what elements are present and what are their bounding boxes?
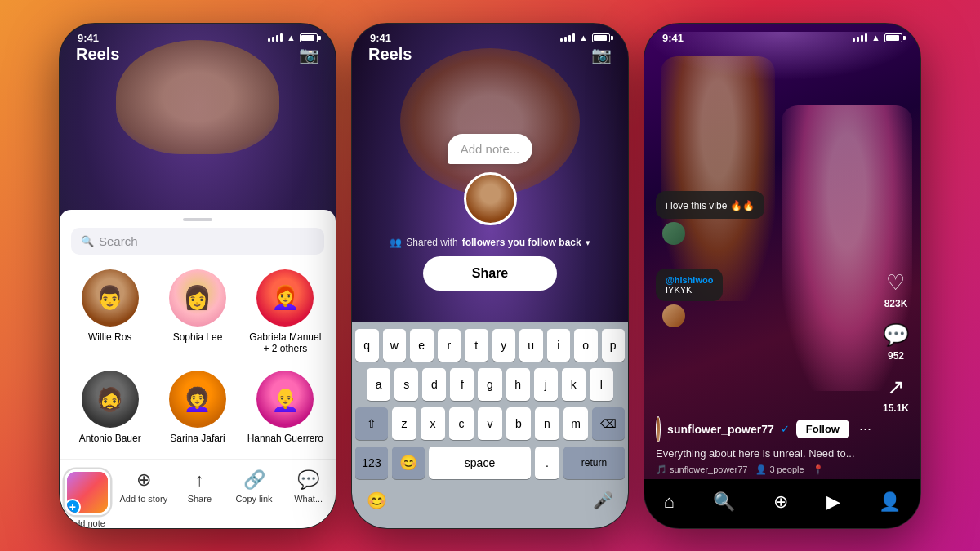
status-icons-1: ▲ xyxy=(268,33,318,42)
key-t[interactable]: t xyxy=(465,329,488,362)
contact-sarina[interactable]: 👩‍🦱 Sarina Jafari xyxy=(155,364,239,451)
contact-willie[interactable]: 👨 Willie Ros xyxy=(68,263,152,362)
share-action[interactable]: ↗ 15.1K xyxy=(883,375,909,414)
key-q[interactable]: q xyxy=(355,329,379,362)
shared-with-row[interactable]: 👥 Shared with followers you follow back … xyxy=(390,237,590,248)
sheet-handle xyxy=(183,218,212,221)
key-c[interactable]: c xyxy=(449,407,474,440)
contact-name-hannah: Hannah Guerrero xyxy=(247,433,323,444)
key-b[interactable]: b xyxy=(506,407,531,440)
comment-bubble-2: @hishiwoo IYKYK xyxy=(656,269,723,301)
share-button-phone2[interactable]: Share xyxy=(423,256,557,291)
follow-label: Follow xyxy=(806,423,840,435)
key-backspace[interactable]: ⌫ xyxy=(592,407,625,440)
key-123[interactable]: 123 xyxy=(355,447,388,479)
action-add-note[interactable]: + Add note xyxy=(65,469,110,528)
share-count: 15.1K xyxy=(883,402,909,414)
key-r[interactable]: r xyxy=(438,329,461,362)
nav-plus-icon[interactable]: ⊕ xyxy=(773,491,788,513)
key-w[interactable]: w xyxy=(383,329,407,362)
side-actions: ♡ 823K 💬 952 ↗ 15.1K xyxy=(883,270,909,414)
emoji-icon-kb[interactable]: 😊 xyxy=(367,491,387,510)
nav-profile-icon[interactable]: 👤 xyxy=(879,491,901,513)
keyboard-row-2: a s d f g h j k l xyxy=(355,368,625,401)
contact-antonio[interactable]: 🧔 Antonio Bauer xyxy=(68,364,152,451)
phone-2: 9:41 ▲ Reels 📷 Add note... 👥 Shared with xyxy=(351,23,629,529)
video-caption: Everything about here is unreal. Need to… xyxy=(656,447,871,460)
location-icon: 📍 xyxy=(813,464,824,475)
contact-gabriela[interactable]: 👩‍🦰 Gabriela Manuel+ 2 others xyxy=(243,263,327,362)
profile-avatar-phone2 xyxy=(464,172,517,225)
status-bar-2: 9:41 ▲ xyxy=(352,24,628,47)
key-space[interactable]: space xyxy=(429,447,531,479)
keyboard: q w e r t y u i o p a s d f g h j k l ⇧ … xyxy=(352,322,628,528)
camera-icon-2[interactable]: 📷 xyxy=(591,45,612,64)
key-f[interactable]: f xyxy=(450,368,474,401)
action-copy-link[interactable]: 🔗 Copy link xyxy=(232,469,277,504)
whatsapp-icon: 💬 xyxy=(297,469,319,491)
reels-header-2: Reels 📷 xyxy=(352,45,628,64)
contact-sophia[interactable]: 👩 Sophia Lee xyxy=(155,263,239,362)
key-n[interactable]: n xyxy=(535,407,559,440)
key-x[interactable]: x xyxy=(421,407,445,440)
key-l[interactable]: l xyxy=(590,368,613,401)
comment-action[interactable]: 💬 952 xyxy=(883,322,909,362)
bottom-nav: ⌂ 🔍 ⊕ ▶ 👤 xyxy=(644,479,920,528)
microphone-icon-kb[interactable]: 🎤 xyxy=(593,491,613,510)
key-return[interactable]: return xyxy=(564,447,625,479)
key-o[interactable]: o xyxy=(574,329,598,362)
action-add-story[interactable]: ⊕ Add to story xyxy=(119,469,167,504)
nav-home-icon[interactable]: ⌂ xyxy=(664,491,675,513)
wifi-icon-2: ▲ xyxy=(579,33,588,42)
key-a[interactable]: a xyxy=(367,368,390,401)
phone-3: 9:41 ▲ i love this vibe 🔥🔥 @hishiwoo IYK… xyxy=(644,23,921,529)
key-d[interactable]: d xyxy=(422,368,446,401)
key-emoji[interactable]: 😊 xyxy=(392,447,425,479)
keyboard-row-1: q w e r t y u i o p xyxy=(355,329,625,362)
key-y[interactable]: y xyxy=(492,329,516,362)
key-shift[interactable]: ⇧ xyxy=(355,407,388,440)
key-h[interactable]: h xyxy=(506,368,530,401)
key-g[interactable]: g xyxy=(478,368,501,401)
key-z[interactable]: z xyxy=(392,407,416,440)
key-e[interactable]: e xyxy=(410,329,434,362)
more-options-icon[interactable]: ··· xyxy=(859,420,871,438)
bottom-sheet: 🔍 Search 👨 Willie Ros 👩 Sophia Lee 👩‍🦰 xyxy=(60,210,336,528)
copy-link-label: Copy link xyxy=(235,494,272,504)
note-bubble[interactable]: Add note... xyxy=(448,134,533,164)
key-j[interactable]: j xyxy=(534,368,558,401)
camera-icon-1[interactable]: 📷 xyxy=(299,45,319,64)
copy-link-icon: 🔗 xyxy=(243,469,265,491)
contact-name-sarina: Sarina Jafari xyxy=(170,433,225,444)
key-period[interactable]: . xyxy=(535,447,559,479)
time-3: 9:41 xyxy=(662,32,684,44)
key-s[interactable]: s xyxy=(394,368,418,401)
action-whatsapp[interactable]: 💬 What... xyxy=(286,469,331,504)
avatar-hannah: 👩‍🦲 xyxy=(256,371,314,428)
contact-hannah[interactable]: 👩‍🦲 Hannah Guerrero xyxy=(243,364,327,451)
key-p[interactable]: p xyxy=(602,329,626,362)
avatar-antonio: 🧔 xyxy=(82,371,139,428)
key-u[interactable]: u xyxy=(519,329,543,362)
comment-count: 952 xyxy=(888,350,904,362)
add-note-label: Add note xyxy=(69,518,105,528)
comment-bubble-1: i love this vibe 🔥🔥 xyxy=(656,191,764,220)
comment-subtext-2: IYKYK xyxy=(666,285,713,295)
music-icon: 🎵 xyxy=(656,464,667,475)
key-i[interactable]: i xyxy=(547,329,571,362)
creator-username: sunflower_power77 xyxy=(667,423,774,436)
reels-title-1: Reels xyxy=(76,45,119,64)
action-share[interactable]: ↑ Share xyxy=(177,469,222,504)
key-v[interactable]: v xyxy=(478,407,502,440)
comment-avatar-2 xyxy=(662,304,685,327)
nav-search-icon[interactable]: 🔍 xyxy=(713,491,735,513)
people-count: 3 people xyxy=(769,464,804,474)
like-action[interactable]: ♡ 823K xyxy=(884,270,908,309)
search-input[interactable]: Search xyxy=(99,234,138,248)
nav-reels-icon[interactable]: ▶ xyxy=(826,491,840,513)
follow-button[interactable]: Follow xyxy=(796,420,849,438)
search-bar[interactable]: 🔍 Search xyxy=(71,228,324,255)
key-k[interactable]: k xyxy=(562,368,586,401)
comment-text-1: i love this vibe 🔥🔥 xyxy=(666,200,755,211)
key-m[interactable]: m xyxy=(564,407,588,440)
